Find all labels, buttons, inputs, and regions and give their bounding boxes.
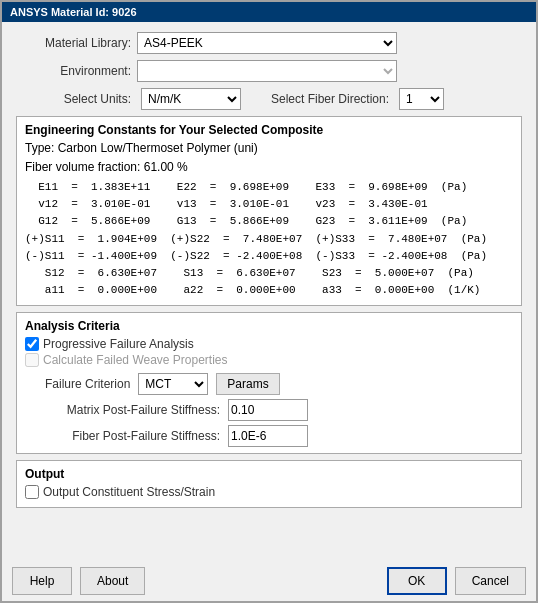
fiber-direction-label: Select Fiber Direction:: [271, 92, 389, 106]
output-constituent-checkbox[interactable]: [25, 485, 39, 499]
const-row-1: v12 = 3.010E-01 v13 = 3.010E-01 v23 = 3.…: [25, 196, 428, 213]
failure-criterion-row: Failure Criterion MCT Params: [45, 373, 513, 395]
params-button[interactable]: Params: [216, 373, 279, 395]
environment-row: Environment:: [16, 60, 522, 82]
output-constituent-row: Output Constituent Stress/Strain: [25, 485, 513, 499]
fiber-post-failure-label: Fiber Post-Failure Stiffness:: [45, 429, 220, 443]
output-section: Output Output Constituent Stress/Strain: [16, 460, 522, 508]
composite-title: Engineering Constants for Your Selected …: [25, 123, 513, 137]
const-row-3: (+)S11 = 1.904E+09 (+)S22 = 7.480E+07 (+…: [25, 231, 487, 248]
fiber-direction-select[interactable]: 1: [399, 88, 444, 110]
matrix-post-failure-input[interactable]: [228, 399, 308, 421]
button-row: Help About OK Cancel: [2, 561, 536, 601]
progressive-failure-label: Progressive Failure Analysis: [43, 337, 194, 351]
title-text: ANSYS Material Id: 9026: [10, 6, 137, 18]
material-library-label: Material Library:: [16, 36, 131, 50]
title-bar: ANSYS Material Id: 9026: [2, 2, 536, 22]
ok-button[interactable]: OK: [387, 567, 447, 595]
fiber-post-failure-input[interactable]: [228, 425, 308, 447]
help-button[interactable]: Help: [12, 567, 72, 595]
fiber-volume: Fiber volume fraction: 61.00 %: [25, 158, 513, 177]
cancel-button[interactable]: Cancel: [455, 567, 526, 595]
output-constituent-label: Output Constituent Stress/Strain: [43, 485, 215, 499]
composite-section: Engineering Constants for Your Selected …: [16, 116, 522, 306]
calculate-failed-weave-label: Calculate Failed Weave Properties: [43, 353, 228, 367]
matrix-post-failure-label: Matrix Post-Failure Stiffness:: [45, 403, 220, 417]
units-select[interactable]: N/m/K: [141, 88, 241, 110]
failure-criterion-label: Failure Criterion: [45, 377, 130, 391]
failure-criterion-select[interactable]: MCT: [138, 373, 208, 395]
const-row-0: E11 = 1.383E+11 E22 = 9.698E+09 E33 = 9.…: [25, 179, 467, 196]
const-row-6: a11 = 0.000E+00 a22 = 0.000E+00 a33 = 0.…: [25, 282, 480, 299]
dialog: ANSYS Material Id: 9026 Material Library…: [0, 0, 538, 603]
output-title: Output: [25, 467, 513, 481]
units-fiber-row: Select Units: N/m/K Select Fiber Directi…: [16, 88, 522, 110]
const-row-4: (-)S11 = -1.400E+09 (-)S22 = -2.400E+08 …: [25, 248, 487, 265]
calculate-failed-weave-checkbox[interactable]: [25, 353, 39, 367]
right-buttons: OK Cancel: [387, 567, 526, 595]
left-buttons: Help About: [12, 567, 145, 595]
material-library-row: Material Library: AS4-PEEK: [16, 32, 522, 54]
environment-label: Environment:: [16, 64, 131, 78]
constants-table: E11 = 1.383E+11 E22 = 9.698E+09 E33 = 9.…: [25, 179, 513, 298]
matrix-post-failure-row: Matrix Post-Failure Stiffness:: [45, 399, 513, 421]
calculate-failed-weave-row: Calculate Failed Weave Properties: [25, 353, 513, 367]
progressive-failure-checkbox[interactable]: [25, 337, 39, 351]
content-area: Material Library: AS4-PEEK Environment: …: [2, 22, 536, 561]
const-row-2: G12 = 5.866E+09 G13 = 5.866E+09 G23 = 3.…: [25, 213, 467, 230]
analysis-section: Analysis Criteria Progressive Failure An…: [16, 312, 522, 454]
const-row-5: S12 = 6.630E+07 S13 = 6.630E+07 S23 = 5.…: [25, 265, 474, 282]
fiber-post-failure-row: Fiber Post-Failure Stiffness:: [45, 425, 513, 447]
analysis-title: Analysis Criteria: [25, 319, 513, 333]
environment-select[interactable]: [137, 60, 397, 82]
about-button[interactable]: About: [80, 567, 145, 595]
composite-type: Type: Carbon Low/Thermoset Polymer (uni): [25, 139, 513, 158]
select-units-label: Select Units:: [16, 92, 131, 106]
progressive-failure-row: Progressive Failure Analysis: [25, 337, 513, 351]
material-library-select[interactable]: AS4-PEEK: [137, 32, 397, 54]
